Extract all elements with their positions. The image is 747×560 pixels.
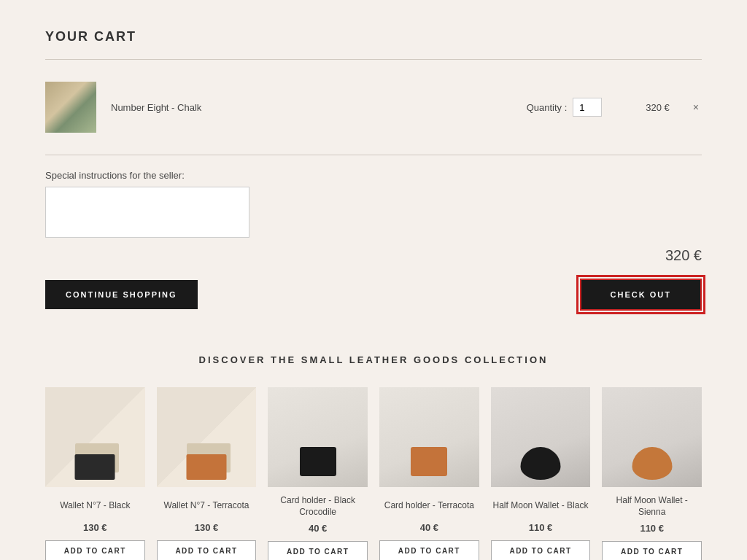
- product-image-0: [45, 387, 145, 487]
- cart-item-price: 320 €: [646, 102, 670, 113]
- product-price-5: 110 €: [602, 523, 702, 534]
- cart-total: 320 €: [45, 247, 702, 264]
- add-to-cart-button-4[interactable]: ADD TO CART: [491, 540, 591, 560]
- special-instructions-input[interactable]: [45, 187, 249, 238]
- page-wrapper: YOUR CART Number Eight - Chalk Quantity …: [23, 0, 724, 560]
- cart-divider-bottom: [45, 155, 702, 155]
- add-to-cart-button-5[interactable]: ADD TO CART: [602, 541, 702, 560]
- cart-divider-top: [45, 59, 702, 60]
- product-price-2: 40 €: [268, 523, 368, 534]
- collection-section-title: DISCOVER THE SMALL LEATHER GOODS COLLECT…: [45, 354, 702, 365]
- continue-shopping-button[interactable]: CONTINUE SHOPPING: [45, 280, 198, 309]
- cart-item: Number Eight - Chalk Quantity : 320 € ×: [45, 74, 702, 140]
- product-name-5: Half Moon Wallet - Sienna: [602, 494, 702, 519]
- product-price-1: 130 €: [157, 522, 257, 533]
- product-card-4: Half Moon Wallet - Black 110 € ADD TO CA…: [491, 387, 591, 560]
- product-price-4: 110 €: [491, 522, 591, 533]
- product-card-2: Card holder - Black Crocodile 40 € ADD T…: [268, 387, 368, 560]
- remove-item-button[interactable]: ×: [690, 101, 702, 113]
- add-to-cart-button-3[interactable]: ADD TO CART: [379, 540, 479, 560]
- special-instructions-label: Special instructions for the seller:: [45, 170, 702, 181]
- quantity-label: Quantity :: [527, 102, 568, 113]
- product-card-1: Wallet N°7 - Terracota 130 € ADD TO CART: [157, 387, 257, 560]
- quantity-input[interactable]: [573, 98, 602, 117]
- product-name-3: Card holder - Terracota: [379, 494, 479, 518]
- product-image-3: [379, 387, 479, 487]
- cart-item-image-inner: [45, 82, 96, 133]
- cart-actions: CONTINUE SHOPPING CHECK OUT: [45, 279, 702, 311]
- product-name-2: Card holder - Black Crocodile: [268, 494, 368, 519]
- cart-item-name: Number Eight - Chalk: [111, 102, 512, 113]
- products-grid: Wallet N°7 - Black 130 € ADD TO CART Wal…: [45, 387, 702, 560]
- product-image-5: [602, 387, 702, 487]
- add-to-cart-button-1[interactable]: ADD TO CART: [157, 540, 257, 560]
- add-to-cart-button-2[interactable]: ADD TO CART: [268, 541, 368, 560]
- cart-item-quantity-section: Quantity :: [527, 98, 603, 117]
- product-price-0: 130 €: [45, 522, 145, 533]
- product-card-5: Half Moon Wallet - Sienna 110 € ADD TO C…: [602, 387, 702, 560]
- product-image-4: [491, 387, 591, 487]
- product-price-3: 40 €: [379, 522, 479, 533]
- product-name-0: Wallet N°7 - Black: [45, 494, 145, 518]
- cart-title: YOUR CART: [45, 29, 702, 44]
- product-image-2: [268, 387, 368, 487]
- product-image-1: [157, 387, 257, 487]
- product-name-4: Half Moon Wallet - Black: [491, 494, 591, 518]
- add-to-cart-button-0[interactable]: ADD TO CART: [45, 540, 145, 560]
- product-card-3: Card holder - Terracota 40 € ADD TO CART: [379, 387, 479, 560]
- cart-item-image: [45, 82, 96, 133]
- product-card-0: Wallet N°7 - Black 130 € ADD TO CART: [45, 387, 145, 560]
- checkout-button[interactable]: CHECK OUT: [580, 279, 702, 311]
- product-name-1: Wallet N°7 - Terracota: [157, 494, 257, 518]
